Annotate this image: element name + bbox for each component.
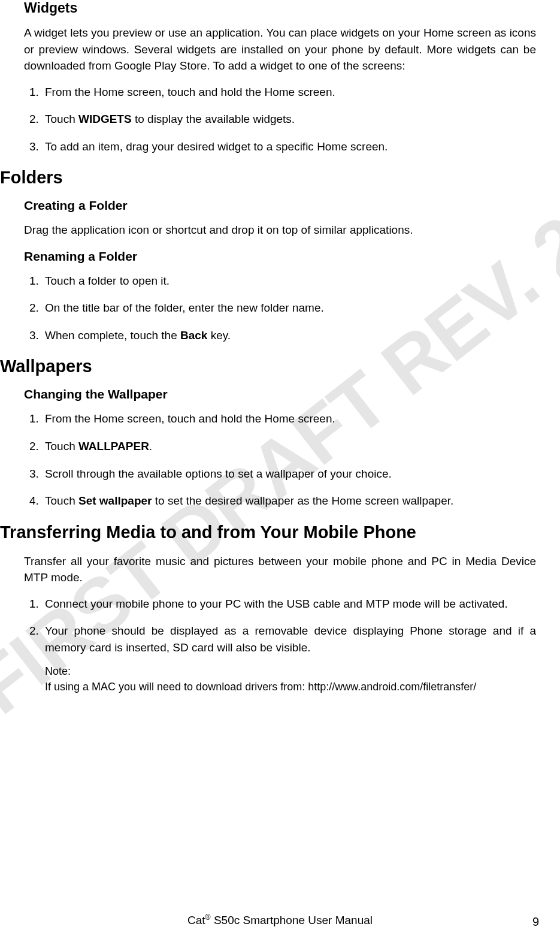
heading-widgets: Widgets	[24, 0, 536, 16]
heading-folders: Folders	[0, 168, 536, 188]
transferring-note: Note: If using a MAC you will need to do…	[45, 664, 536, 694]
wallpaper-step-4: Touch Set wallpaper to set the desired w…	[42, 493, 536, 509]
wallpaper-step-2: Touch WALLPAPER.	[42, 438, 536, 455]
wallpaper-steps: From the Home screen, touch and hold the…	[24, 410, 536, 509]
transferring-intro: Transfer all your favorite music and pic…	[24, 553, 536, 586]
footer: Cat® S50c Smartphone User Manual	[0, 913, 560, 927]
note-label: Note:	[45, 664, 536, 679]
heading-transferring: Transferring Media to and from Your Mobi…	[0, 523, 536, 542]
transferring-step-1: Connect your mobile phone to your PC wit…	[42, 596, 536, 612]
transferring-steps: Connect your mobile phone to your PC wit…	[24, 596, 536, 656]
renaming-steps: Touch a folder to open it. On the title …	[24, 273, 536, 344]
renaming-step-3: When complete, touch the Back key.	[42, 327, 536, 344]
renaming-step-1: Touch a folder to open it.	[42, 273, 536, 289]
widgets-steps: From the Home screen, touch and hold the…	[24, 84, 536, 155]
renaming-step-2: On the title bar of the folder, enter th…	[42, 300, 536, 316]
heading-wallpapers: Wallpapers	[0, 357, 536, 376]
widgets-step-1: From the Home screen, touch and hold the…	[42, 84, 536, 101]
widgets-step-3: To add an item, drag your desired widget…	[42, 138, 536, 155]
creating-folder-text: Drag the application icon or shortcut an…	[24, 222, 536, 238]
wallpaper-step-1: From the Home screen, touch and hold the…	[42, 410, 536, 427]
heading-changing-wallpaper: Changing the Wallpaper	[24, 387, 536, 401]
note-text: If using a MAC you will need to download…	[45, 680, 536, 695]
widgets-step-2: Touch WIDGETS to display the available w…	[42, 111, 536, 128]
heading-creating-folder: Creating a Folder	[24, 198, 536, 213]
transferring-step-2: Your phone should be displayed as a remo…	[42, 623, 536, 656]
wallpaper-step-3: Scroll through the available options to …	[42, 466, 536, 482]
widgets-intro: A widget lets you preview or use an appl…	[24, 25, 536, 74]
page-number: 9	[532, 915, 539, 929]
heading-renaming-folder: Renaming a Folder	[24, 249, 536, 264]
page-content: Widgets A widget lets you preview or use…	[24, 0, 536, 695]
